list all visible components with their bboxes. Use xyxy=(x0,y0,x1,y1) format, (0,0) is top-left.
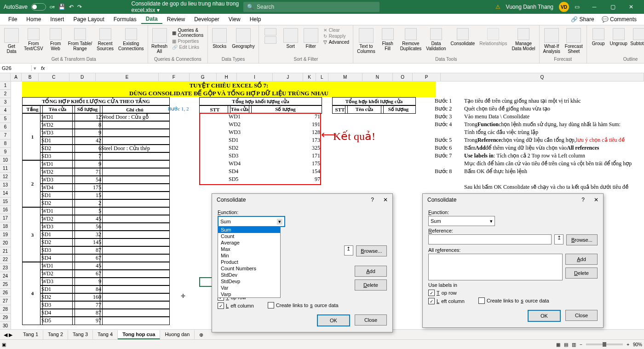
relationships-button[interactable]: Relationships xyxy=(477,27,509,47)
properties-button[interactable]: ▦ Properties xyxy=(170,38,201,44)
col-header[interactable]: H xyxy=(217,73,237,81)
comments-button[interactable]: 💬 Comments xyxy=(598,15,640,23)
cell[interactable]: 1 xyxy=(22,113,43,161)
cell[interactable]: TUYỆT CHIÊU EXCEL SỐ 7: xyxy=(22,81,436,89)
row-header[interactable]: 9 xyxy=(0,148,11,156)
tab-nav[interactable]: ◀ ▶ xyxy=(4,332,12,338)
name-box[interactable]: G26 xyxy=(0,65,32,71)
cell[interactable]: WD1 xyxy=(228,113,251,121)
cell[interactable] xyxy=(434,175,465,183)
cell[interactable]: 4 xyxy=(22,262,43,325)
cell[interactable]: Bước 4 xyxy=(434,121,465,128)
subtotal-button[interactable]: Subtotal xyxy=(629,27,644,47)
forecast-button[interactable]: Forecast Sheet xyxy=(563,27,585,55)
cell[interactable]: 128 xyxy=(249,128,321,136)
all-references-list[interactable] xyxy=(428,254,563,280)
cell[interactable]: Trong Function chọn lệnh muốn sử dụng, h… xyxy=(463,121,644,128)
dropdown-option[interactable]: Var xyxy=(218,285,280,291)
cell[interactable] xyxy=(463,175,644,183)
sheet-tab[interactable]: Huong dan xyxy=(160,330,195,339)
cell[interactable]: 191 xyxy=(249,121,321,128)
col-header[interactable]: Q xyxy=(441,73,644,81)
col-header[interactable]: O xyxy=(393,73,413,81)
dropdown-option[interactable]: StdDev xyxy=(218,272,280,278)
function-dropdown[interactable]: SumCountAverageMaxMinProductCount Number… xyxy=(218,226,281,298)
row-header[interactable]: 16 xyxy=(0,206,11,214)
dropdown-option[interactable]: Sum xyxy=(218,227,280,233)
row-header[interactable]: 6 xyxy=(0,123,11,131)
row-header[interactable]: 3 xyxy=(0,98,11,106)
row-header[interactable]: 22 xyxy=(0,256,11,264)
row-header[interactable]: 14 xyxy=(0,189,11,198)
view-normal-icon[interactable]: ▦ xyxy=(556,342,560,347)
from-text-button[interactable]: From Text/CSV xyxy=(22,27,45,52)
cell[interactable]: SD5 xyxy=(40,316,75,325)
col-header[interactable]: F xyxy=(159,73,189,81)
ok-button[interactable]: OK xyxy=(528,310,561,322)
row-header[interactable]: 24 xyxy=(0,272,11,280)
restore-button[interactable]: ▢ xyxy=(604,0,622,14)
cell[interactable]: Bước 6 xyxy=(434,144,465,152)
zoom-out[interactable]: − xyxy=(580,342,582,347)
row-header[interactable]: 21 xyxy=(0,247,11,256)
reference-input[interactable] xyxy=(428,234,552,244)
text-to-columns-button[interactable]: Text to Columns xyxy=(355,27,377,55)
row-header[interactable]: 5 xyxy=(0,115,11,123)
consolidate-button[interactable]: Consolidate xyxy=(449,27,477,47)
col-header[interactable]: P xyxy=(413,73,441,81)
cell[interactable]: Quét chọn tiêu đề giống nhau vừa tạo xyxy=(463,105,644,113)
sheet-tab[interactable]: Tong hop cua xyxy=(118,330,160,339)
cell[interactable]: Bấm Add để thêm vùng dữ liệu vừa chọn và… xyxy=(463,144,644,152)
group-button[interactable]: Group xyxy=(589,27,608,47)
cell[interactable]: 3 xyxy=(22,207,43,262)
help-icon[interactable]: ? xyxy=(371,197,374,203)
cell[interactable]: Bước 1 xyxy=(434,97,465,105)
cell[interactable]: Trong Reference chọn vùng dữ liệu cần tổ… xyxy=(463,136,644,144)
cell[interactable]: Bước 7 xyxy=(434,152,465,160)
col-header[interactable]: A xyxy=(11,73,21,81)
cell[interactable] xyxy=(100,316,170,325)
advanced-button[interactable]: ▽ Advanced xyxy=(322,39,351,45)
cell[interactable]: Tạo tiêu đề trên cùng giống nhau tại một… xyxy=(463,97,644,105)
close-icon[interactable]: ✕ xyxy=(383,197,388,203)
dropdown-option[interactable]: Count Numbers xyxy=(218,265,280,272)
cell[interactable]: Use labels in: Tích chọn cả 2 Top row và… xyxy=(463,152,644,160)
function-select[interactable]: Sum▾ xyxy=(428,216,495,226)
sheet-tab[interactable]: Tang 3 xyxy=(68,330,93,339)
cell[interactable]: Bấm OK để thực hiện lệnh xyxy=(463,168,644,175)
close-button[interactable]: ✕ xyxy=(622,0,640,14)
top-row-check[interactable]: ✓Top row xyxy=(428,290,457,296)
edit-links-button[interactable]: 🔗 Edit Links xyxy=(170,44,201,50)
cell[interactable]: 325 xyxy=(249,144,321,152)
zoom-slider[interactable] xyxy=(586,343,623,345)
col-header[interactable]: E xyxy=(96,73,159,81)
cell[interactable]: Tính tổng các đầu việc trùng lặp xyxy=(463,128,644,136)
create-links-check[interactable]: Create links to source data xyxy=(268,302,339,309)
row-header[interactable]: 12 xyxy=(0,173,11,181)
cell[interactable]: Bước 1, 2 xyxy=(167,105,201,113)
ribbon-display-icon[interactable]: ▭ xyxy=(575,4,580,10)
record-macro[interactable]: ▣ xyxy=(2,342,6,347)
dropdown-option[interactable]: Average xyxy=(218,239,280,246)
col-header[interactable]: D xyxy=(69,73,96,81)
cell[interactable]: Bước 8 xyxy=(434,168,465,175)
col-header[interactable]: I xyxy=(237,73,273,81)
close-icon[interactable]: ✕ xyxy=(594,197,598,203)
cell[interactable]: SD5 xyxy=(228,175,251,183)
cell[interactable]: Mục đích để hàm căn cứ vào tiêu đề trên … xyxy=(463,160,644,168)
col-header[interactable]: G xyxy=(190,73,217,81)
menu-data[interactable]: Data xyxy=(141,15,162,24)
row-header[interactable]: 7 xyxy=(0,131,11,140)
flash-fill-button[interactable]: Flash Fill xyxy=(378,27,397,52)
cell[interactable]: SD3 xyxy=(228,152,251,160)
view-page-icon[interactable]: ▤ xyxy=(564,342,568,347)
col-header[interactable]: M xyxy=(328,73,362,81)
filter-button[interactable]: Filter xyxy=(301,27,321,50)
cell[interactable]: 71 xyxy=(249,113,321,121)
dropdown-option[interactable]: Count xyxy=(218,233,280,239)
row-header[interactable]: 13 xyxy=(0,181,11,189)
cell[interactable]: 175 xyxy=(249,160,321,168)
col-header[interactable]: K xyxy=(303,73,316,81)
browse-button[interactable]: Browse... xyxy=(356,245,387,256)
menu-developer[interactable]: Developer xyxy=(190,15,224,23)
